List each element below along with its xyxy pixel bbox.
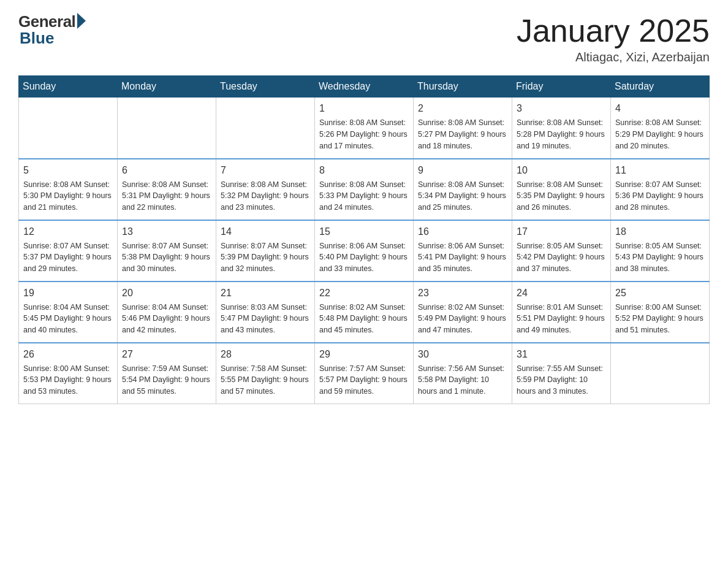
day-number: 16 bbox=[418, 224, 507, 239]
calendar-cell: 24Sunrise: 8:01 AM Sunset: 5:51 PM Dayli… bbox=[512, 282, 611, 343]
calendar-cell: 5Sunrise: 8:08 AM Sunset: 5:30 PM Daylig… bbox=[19, 159, 118, 220]
day-number: 15 bbox=[319, 224, 409, 239]
location-text: Altiagac, Xizi, Azerbaijan bbox=[517, 50, 710, 64]
day-number: 11 bbox=[615, 163, 705, 178]
calendar-cell: 31Sunrise: 7:55 AM Sunset: 5:59 PM Dayli… bbox=[512, 343, 611, 404]
calendar-week-row: 5Sunrise: 8:08 AM Sunset: 5:30 PM Daylig… bbox=[19, 159, 710, 220]
day-info: Sunrise: 7:57 AM Sunset: 5:57 PM Dayligh… bbox=[319, 363, 409, 397]
day-info: Sunrise: 8:00 AM Sunset: 5:52 PM Dayligh… bbox=[615, 302, 705, 336]
calendar-cell: 19Sunrise: 8:04 AM Sunset: 5:45 PM Dayli… bbox=[19, 282, 118, 343]
calendar-cell: 18Sunrise: 8:05 AM Sunset: 5:43 PM Dayli… bbox=[611, 220, 710, 282]
day-number: 25 bbox=[615, 286, 705, 301]
calendar-cell: 2Sunrise: 8:08 AM Sunset: 5:27 PM Daylig… bbox=[414, 98, 512, 159]
day-number: 24 bbox=[517, 286, 606, 301]
day-number: 29 bbox=[319, 347, 409, 362]
day-info: Sunrise: 8:08 AM Sunset: 5:26 PM Dayligh… bbox=[319, 117, 409, 151]
calendar-cell: 9Sunrise: 8:08 AM Sunset: 5:34 PM Daylig… bbox=[414, 159, 512, 220]
calendar-cell: 12Sunrise: 8:07 AM Sunset: 5:37 PM Dayli… bbox=[19, 220, 118, 282]
logo: General Blue bbox=[18, 12, 86, 48]
day-info: Sunrise: 8:05 AM Sunset: 5:42 PM Dayligh… bbox=[517, 240, 606, 275]
day-info: Sunrise: 8:02 AM Sunset: 5:48 PM Dayligh… bbox=[319, 302, 409, 336]
day-info: Sunrise: 7:58 AM Sunset: 5:55 PM Dayligh… bbox=[221, 363, 310, 397]
calendar-cell: 10Sunrise: 8:08 AM Sunset: 5:35 PM Dayli… bbox=[512, 159, 611, 220]
day-number: 17 bbox=[517, 224, 606, 239]
calendar-body: 1Sunrise: 8:08 AM Sunset: 5:26 PM Daylig… bbox=[19, 98, 710, 404]
calendar-cell: 20Sunrise: 8:04 AM Sunset: 5:46 PM Dayli… bbox=[118, 282, 216, 343]
day-number: 13 bbox=[122, 224, 211, 239]
calendar-cell bbox=[19, 98, 118, 159]
day-number: 19 bbox=[23, 286, 113, 301]
day-number: 3 bbox=[517, 101, 606, 116]
calendar-week-row: 1Sunrise: 8:08 AM Sunset: 5:26 PM Daylig… bbox=[19, 98, 710, 159]
calendar-cell bbox=[118, 98, 216, 159]
weekday-header-monday: Monday bbox=[118, 76, 216, 98]
calendar-cell: 6Sunrise: 8:08 AM Sunset: 5:31 PM Daylig… bbox=[118, 159, 216, 220]
calendar-cell: 21Sunrise: 8:03 AM Sunset: 5:47 PM Dayli… bbox=[216, 282, 315, 343]
day-info: Sunrise: 8:08 AM Sunset: 5:31 PM Dayligh… bbox=[122, 179, 211, 213]
calendar-header: SundayMondayTuesdayWednesdayThursdayFrid… bbox=[19, 76, 710, 98]
day-info: Sunrise: 8:06 AM Sunset: 5:41 PM Dayligh… bbox=[418, 240, 507, 275]
day-info: Sunrise: 8:08 AM Sunset: 5:34 PM Dayligh… bbox=[418, 179, 507, 213]
weekday-header-thursday: Thursday bbox=[414, 76, 512, 98]
day-info: Sunrise: 7:56 AM Sunset: 5:58 PM Dayligh… bbox=[418, 363, 507, 397]
calendar-cell: 13Sunrise: 8:07 AM Sunset: 5:38 PM Dayli… bbox=[118, 220, 216, 282]
calendar-cell: 3Sunrise: 8:08 AM Sunset: 5:28 PM Daylig… bbox=[512, 98, 611, 159]
day-number: 7 bbox=[221, 163, 310, 178]
day-number: 18 bbox=[615, 224, 705, 239]
day-number: 2 bbox=[418, 101, 507, 116]
day-number: 8 bbox=[319, 163, 409, 178]
day-info: Sunrise: 8:05 AM Sunset: 5:43 PM Dayligh… bbox=[615, 240, 705, 275]
calendar-week-row: 26Sunrise: 8:00 AM Sunset: 5:53 PM Dayli… bbox=[19, 343, 710, 404]
calendar-cell: 23Sunrise: 8:02 AM Sunset: 5:49 PM Dayli… bbox=[414, 282, 512, 343]
logo-blue-text: Blue bbox=[20, 29, 54, 48]
calendar-cell: 30Sunrise: 7:56 AM Sunset: 5:58 PM Dayli… bbox=[414, 343, 512, 404]
calendar-cell: 8Sunrise: 8:08 AM Sunset: 5:33 PM Daylig… bbox=[315, 159, 414, 220]
day-number: 1 bbox=[319, 101, 409, 116]
day-number: 30 bbox=[418, 347, 507, 362]
calendar-cell: 1Sunrise: 8:08 AM Sunset: 5:26 PM Daylig… bbox=[315, 98, 414, 159]
calendar-cell: 28Sunrise: 7:58 AM Sunset: 5:55 PM Dayli… bbox=[216, 343, 315, 404]
day-number: 28 bbox=[221, 347, 310, 362]
calendar-cell: 11Sunrise: 8:07 AM Sunset: 5:36 PM Dayli… bbox=[611, 159, 710, 220]
day-number: 4 bbox=[615, 101, 705, 116]
day-number: 9 bbox=[418, 163, 507, 178]
calendar-week-row: 19Sunrise: 8:04 AM Sunset: 5:45 PM Dayli… bbox=[19, 282, 710, 343]
calendar-table: SundayMondayTuesdayWednesdayThursdayFrid… bbox=[18, 75, 710, 404]
day-info: Sunrise: 8:08 AM Sunset: 5:32 PM Dayligh… bbox=[221, 179, 310, 213]
calendar-cell bbox=[216, 98, 315, 159]
day-info: Sunrise: 8:08 AM Sunset: 5:35 PM Dayligh… bbox=[517, 179, 606, 213]
calendar-cell: 29Sunrise: 7:57 AM Sunset: 5:57 PM Dayli… bbox=[315, 343, 414, 404]
day-info: Sunrise: 8:07 AM Sunset: 5:39 PM Dayligh… bbox=[221, 240, 310, 275]
day-info: Sunrise: 8:04 AM Sunset: 5:45 PM Dayligh… bbox=[23, 302, 113, 336]
day-info: Sunrise: 8:02 AM Sunset: 5:49 PM Dayligh… bbox=[418, 302, 507, 336]
day-number: 31 bbox=[517, 347, 606, 362]
calendar-week-row: 12Sunrise: 8:07 AM Sunset: 5:37 PM Dayli… bbox=[19, 220, 710, 282]
logo-arrow-icon bbox=[77, 13, 86, 29]
month-title: January 2025 bbox=[517, 12, 710, 49]
calendar-cell: 4Sunrise: 8:08 AM Sunset: 5:29 PM Daylig… bbox=[611, 98, 710, 159]
day-number: 22 bbox=[319, 286, 409, 301]
day-info: Sunrise: 8:07 AM Sunset: 5:36 PM Dayligh… bbox=[615, 179, 705, 213]
day-info: Sunrise: 8:08 AM Sunset: 5:33 PM Dayligh… bbox=[319, 179, 409, 213]
weekday-header-friday: Friday bbox=[512, 76, 611, 98]
day-number: 14 bbox=[221, 224, 310, 239]
weekday-header-saturday: Saturday bbox=[611, 76, 710, 98]
day-info: Sunrise: 7:55 AM Sunset: 5:59 PM Dayligh… bbox=[517, 363, 606, 397]
day-info: Sunrise: 8:04 AM Sunset: 5:46 PM Dayligh… bbox=[122, 302, 211, 336]
calendar-cell bbox=[611, 343, 710, 404]
weekday-header-row: SundayMondayTuesdayWednesdayThursdayFrid… bbox=[19, 76, 710, 98]
day-info: Sunrise: 8:03 AM Sunset: 5:47 PM Dayligh… bbox=[221, 302, 310, 336]
calendar-cell: 26Sunrise: 8:00 AM Sunset: 5:53 PM Dayli… bbox=[19, 343, 118, 404]
page-header: General Blue January 2025 Altiagac, Xizi… bbox=[18, 12, 710, 64]
day-info: Sunrise: 8:08 AM Sunset: 5:28 PM Dayligh… bbox=[517, 117, 606, 151]
day-info: Sunrise: 8:08 AM Sunset: 5:27 PM Dayligh… bbox=[418, 117, 507, 151]
calendar-cell: 14Sunrise: 8:07 AM Sunset: 5:39 PM Dayli… bbox=[216, 220, 315, 282]
calendar-cell: 16Sunrise: 8:06 AM Sunset: 5:41 PM Dayli… bbox=[414, 220, 512, 282]
calendar-cell: 25Sunrise: 8:00 AM Sunset: 5:52 PM Dayli… bbox=[611, 282, 710, 343]
day-info: Sunrise: 8:01 AM Sunset: 5:51 PM Dayligh… bbox=[517, 302, 606, 336]
calendar-cell: 27Sunrise: 7:59 AM Sunset: 5:54 PM Dayli… bbox=[118, 343, 216, 404]
day-number: 23 bbox=[418, 286, 507, 301]
day-number: 12 bbox=[23, 224, 113, 239]
calendar-cell: 15Sunrise: 8:06 AM Sunset: 5:40 PM Dayli… bbox=[315, 220, 414, 282]
calendar-cell: 7Sunrise: 8:08 AM Sunset: 5:32 PM Daylig… bbox=[216, 159, 315, 220]
